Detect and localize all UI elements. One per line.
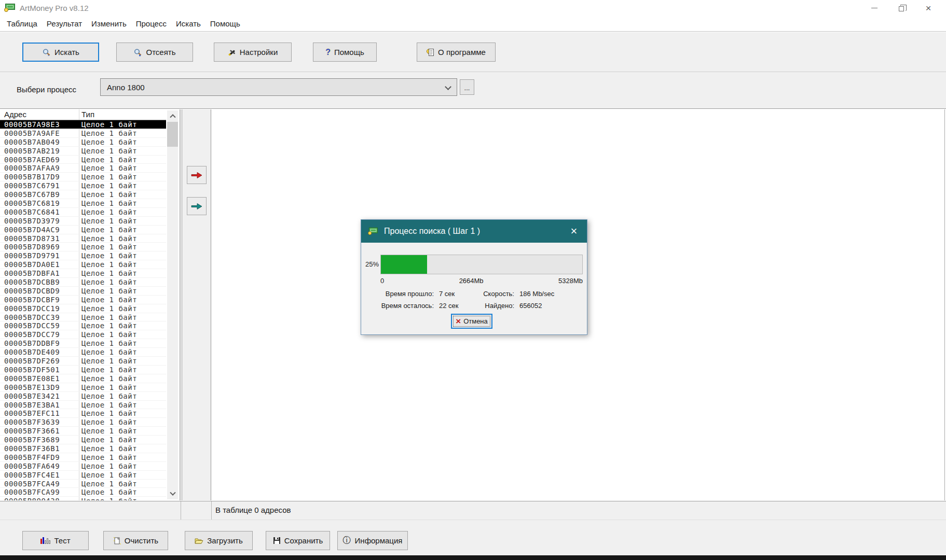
about-button[interactable]: О программе: [417, 43, 496, 62]
filter-button[interactable]: Отсеять: [116, 43, 193, 62]
save-button[interactable]: Сохранить: [266, 531, 330, 550]
table-row[interactable]: 00005B7DCBB9 Целое 1 байт: [0, 278, 166, 287]
table-row[interactable]: 00005B7F3639 Целое 1 байт: [0, 418, 166, 427]
scrollbar-thumb[interactable]: [167, 122, 178, 147]
table-row[interactable]: 00005B7C6791 Целое 1 байт: [0, 181, 166, 190]
menu-search[interactable]: Искать: [171, 19, 205, 28]
scroll-up-button[interactable]: [167, 110, 178, 121]
remaining-label: Время осталось:: [361, 302, 434, 310]
remaining-value: 22 сек: [439, 302, 470, 310]
table-row[interactable]: 00005B7AFAA9 Целое 1 байт: [0, 164, 166, 173]
clear-button[interactable]: Очистить: [103, 531, 168, 550]
table-row[interactable]: 00005B7AB049 Целое 1 байт: [0, 138, 166, 147]
type-cell: Целое 1 байт: [81, 164, 137, 172]
table-row[interactable]: 00005B7DDBF9 Целое 1 байт: [0, 339, 166, 348]
table-row[interactable]: 00005B7DCC79 Целое 1 байт: [0, 330, 166, 339]
table-row[interactable]: 00005B7C6841 Целое 1 байт: [0, 208, 166, 217]
table-row[interactable]: 00005B7F36B1 Целое 1 байт: [0, 444, 166, 453]
load-button[interactable]: Загрузить: [185, 531, 253, 550]
process-combobox[interactable]: Anno 1800: [100, 78, 457, 96]
table-row[interactable]: 00005B7EFC11 Целое 1 байт: [0, 409, 166, 418]
table-row[interactable]: 00005B7DCC19 Целое 1 байт: [0, 304, 166, 313]
address-cell: 00005B7FA649: [4, 462, 60, 470]
table-row[interactable]: 00005B7FCA49 Целое 1 байт: [0, 480, 166, 488]
process-browse-button[interactable]: ...: [460, 79, 474, 95]
maximize-button[interactable]: [888, 0, 915, 16]
table-row[interactable]: 00005B7DF269 Целое 1 байт: [0, 357, 166, 366]
type-cell: Целое 1 байт: [81, 156, 137, 164]
table-row[interactable]: 00005B7FA649 Целое 1 байт: [0, 462, 166, 471]
table-row[interactable]: 00005B800438 Целое 1 байт: [0, 497, 166, 500]
new-page-icon: [113, 537, 121, 545]
table-row[interactable]: 00005B7D8731 Целое 1 байт: [0, 234, 166, 243]
menu-edit[interactable]: Изменить: [87, 19, 131, 28]
address-cell: 00005B7F4FD9: [4, 453, 60, 461]
type-cell: Целое 1 байт: [81, 418, 137, 426]
type-cell: Целое 1 байт: [81, 199, 137, 207]
process-label: Выбери процесс: [17, 85, 76, 94]
table-row[interactable]: 00005B7AED69 Целое 1 байт: [0, 156, 166, 164]
table-row[interactable]: 00005B7DCBD9 Целое 1 байт: [0, 287, 166, 296]
table-row[interactable]: 00005B7E08E1 Целое 1 байт: [0, 374, 166, 383]
menu-help[interactable]: Помощь: [205, 19, 245, 28]
table-row[interactable]: 00005B7D8969 Целое 1 байт: [0, 243, 166, 251]
table-row[interactable]: 00005B7C67B9 Целое 1 байт: [0, 190, 166, 199]
table-row[interactable]: 00005B7E13D9 Целое 1 байт: [0, 383, 166, 392]
table-row[interactable]: 00005B7D3979 Целое 1 байт: [0, 217, 166, 226]
found-value: 656052: [519, 302, 542, 310]
cancel-button[interactable]: × Отмена: [451, 314, 492, 329]
table-row[interactable]: 00005B7F3689 Целое 1 байт: [0, 436, 166, 444]
table-row[interactable]: 00005B7DBFA1 Целое 1 байт: [0, 269, 166, 278]
column-header-address[interactable]: Адрес: [4, 110, 26, 119]
menu-result[interactable]: Результат: [42, 19, 87, 28]
table-row[interactable]: 00005B7DCC59 Целое 1 байт: [0, 321, 166, 330]
address-cell: 00005B7B17D9: [4, 173, 60, 181]
red-arrow-icon: [191, 172, 202, 179]
table-row[interactable]: 00005B7B17D9 Целое 1 байт: [0, 173, 166, 181]
table-row[interactable]: 00005B7F3661 Целое 1 байт: [0, 427, 166, 436]
address-cell: 00005B7E3421: [4, 392, 60, 400]
settings-button[interactable]: Настройки: [214, 43, 292, 62]
type-cell: Целое 1 байт: [81, 260, 137, 269]
menu-process[interactable]: Процесс: [131, 19, 171, 28]
dialog-title-bar[interactable]: Процесс поиска ( Шаг 1 ): [361, 220, 587, 243]
table-scrollbar[interactable]: [167, 110, 178, 499]
table-row[interactable]: 00005B7D9791 Целое 1 байт: [0, 251, 166, 260]
move-all-button[interactable]: [187, 197, 207, 215]
table-row[interactable]: 00005B7F4FD9 Целое 1 байт: [0, 453, 166, 462]
dialog-close-button[interactable]: ×: [561, 220, 587, 243]
help-button[interactable]: ? Помощь: [313, 43, 377, 62]
table-row[interactable]: 00005B7E3421 Целое 1 байт: [0, 392, 166, 401]
floppy-disk-icon: [273, 537, 281, 544]
table-row[interactable]: 00005B7A9AFE Целое 1 байт: [0, 129, 166, 138]
table-row[interactable]: 00005B7D4AC9 Целое 1 байт: [0, 226, 166, 234]
type-cell: Целое 1 байт: [81, 444, 137, 453]
column-header-type[interactable]: Тип: [81, 110, 94, 119]
table-row[interactable]: 00005B7E3BA1 Целое 1 байт: [0, 401, 166, 410]
table-row[interactable]: 00005B7A98E3 Целое 1 байт: [0, 120, 166, 129]
process-combobox-value: Anno 1800: [107, 83, 145, 92]
type-cell: Целое 1 байт: [81, 129, 137, 137]
table-row[interactable]: 00005B7DCBF9 Целое 1 байт: [0, 296, 166, 304]
menu-table[interactable]: Таблица: [2, 19, 42, 28]
table-row[interactable]: 00005B7DF501 Целое 1 байт: [0, 366, 166, 374]
table-row[interactable]: 00005B7FCA99 Целое 1 байт: [0, 488, 166, 497]
info-button[interactable]: ⓘ Информация: [337, 531, 408, 550]
address-cell: 00005B7D8969: [4, 243, 60, 251]
close-button[interactable]: ×: [915, 0, 942, 16]
table-row[interactable]: 00005B7DCC39 Целое 1 байт: [0, 313, 166, 322]
minimize-button[interactable]: [861, 0, 888, 16]
test-button[interactable]: Тест: [22, 531, 89, 550]
scroll-down-button[interactable]: [167, 489, 178, 499]
move-to-table-button[interactable]: [187, 166, 207, 184]
table-row[interactable]: 00005B7FC4E1 Целое 1 байт: [0, 471, 166, 480]
table-row[interactable]: 00005B7DE409 Целое 1 байт: [0, 348, 166, 357]
address-cell: 00005B7DCBB9: [4, 278, 60, 286]
table-row[interactable]: 00005B7AB219 Целое 1 байт: [0, 147, 166, 156]
table-row[interactable]: 00005B7DA0E1 Целое 1 байт: [0, 260, 166, 269]
app-money-icon: [4, 4, 16, 12]
dialog-title: Процесс поиска ( Шаг 1 ): [384, 227, 480, 236]
table-row[interactable]: 00005B7C6819 Целое 1 байт: [0, 199, 166, 208]
search-button[interactable]: Искать: [22, 43, 99, 62]
type-cell: Целое 1 байт: [81, 401, 137, 409]
